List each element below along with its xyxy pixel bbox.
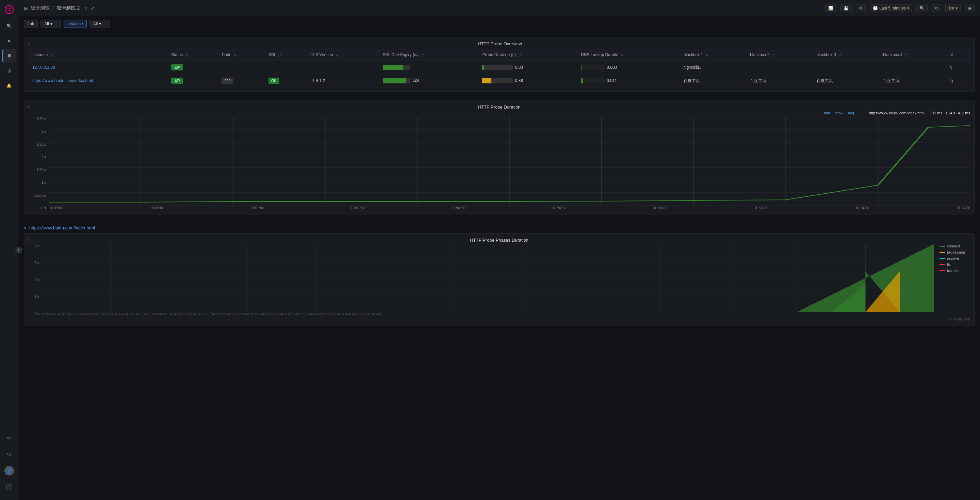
col-bb2: blackbox 2 ▽ [746,49,812,61]
x-label-3: 01:01:30 [352,206,365,210]
refresh-button[interactable]: ↺ [932,4,941,12]
filter-icon-bb3[interactable]: ▽ [838,53,841,57]
processing-label: processing [947,250,965,254]
dns-bar [581,65,605,70]
refresh-interval-button[interactable]: 1m ▾ [945,4,961,12]
col-bb5: bl [945,49,970,61]
cell-ssl-expiry [379,61,479,74]
filter-icon-probe-dur[interactable]: ▽ [518,53,521,57]
grid-icon: ⊞ [8,53,11,58]
legend-transfer: transfer [940,269,970,272]
filter-icon-code[interactable]: ▽ [234,53,237,57]
instance-link-2[interactable]: https://www.baidu.com/index.html [32,78,93,83]
job-filter-dropdown[interactable]: All ▾ [40,20,61,28]
probe-dur-value-2: 0.88 [515,78,523,83]
filter-icon-ssl[interactable]: ▽ [278,53,281,57]
sidebar-item-starred[interactable]: ★ [2,34,16,48]
phases-chart-header: ℹ HTTP Probe Phases Duration [28,237,970,243]
instance-all-value: All [93,21,98,26]
sidebar-item-dashboards[interactable]: ⊞ [2,49,16,63]
legend-connect: connect [940,244,970,248]
filter-bar: Job All ▾ Instance All ▾ [18,16,980,31]
legend-tls: tls [940,263,970,266]
refresh-interval-label: 1m [948,6,954,11]
phase-instance-link[interactable]: https://www.baidu.com/index.html [29,225,95,231]
header: ⊞ 黑盒测试 / 黑盒测试-2 ☆ ⤢ 📊 💾 ⚙ 🕐 Last 5 minut… [18,0,980,16]
filter-icon-tls[interactable]: ▽ [336,53,338,57]
table-header-row: Instance ▽ Status ▽ Code ▽ [28,49,970,61]
probe-duration-section: ℹ HTTP Probe Duration min max avg https:… [18,100,980,223]
save-button[interactable]: 💾 [840,4,852,12]
cell-tls [307,61,379,74]
cell-bb4 [879,61,945,74]
filter-icon-bb2[interactable]: ▽ [772,53,775,57]
phases-y-4: 0 s [28,312,39,316]
probe-dur-value: 0.00 [515,65,523,70]
app-logo[interactable] [3,3,15,16]
breadcrumb-root[interactable]: 黑盒测试 [30,5,50,11]
add-panel-button[interactable]: 📊 [825,4,837,12]
overview-table-container: Instance ▽ Status ▽ Code ▽ [28,49,970,88]
share-button[interactable]: ⤢ [91,5,95,11]
cell-bb1-2: 百度主页 [679,74,746,88]
sidebar-item-search[interactable]: 🔍 [2,19,16,33]
sidebar-item-explore[interactable]: ◎ [2,64,16,78]
cell-ssl-expiry-2: 324 [379,74,479,88]
gear-icon: ⚙ [7,436,11,440]
ssl-expiry-val-2: 324 [412,78,419,83]
instance-filter-dropdown[interactable]: All ▾ [89,20,110,28]
filter-icon-bb1[interactable]: ▽ [706,53,708,57]
filter-icon-ssl-expiry[interactable]: ▽ [421,53,424,57]
job-filter-label: Job [24,20,38,28]
settings-button[interactable]: ⚙ [856,4,865,12]
sidebar-item-user[interactable]: 👤 [2,464,16,478]
header-controls: 📊 💾 ⚙ 🕐 Last 5 minutes ▾ 🔍 ↺ 1m ▾ [825,4,975,12]
probe-overview-card: ℹ HTTP Probe Overview Instance ▽ Status [24,37,975,92]
time-range-label: Last 5 minutes [879,6,906,11]
sidebar-item-shield[interactable]: 🛡 [2,447,16,461]
col-probe-dur: Probe Duration (s) ▽ [478,49,577,61]
sidebar-item-alerts[interactable]: 🔔 [2,79,16,92]
probe-overview-header: ℹ HTTP Probe Overview [28,41,970,46]
info-icon-phases[interactable]: ℹ [28,237,30,242]
zoom-out-button[interactable]: 🔍 [916,4,928,12]
code-badge: 200 [221,78,233,84]
filter-icon-dns[interactable]: ▽ [620,53,624,57]
min-value: 132 ms [930,111,942,115]
sidebar-item-config[interactable]: ⚙ [2,431,16,445]
cell-instance: 127.0.0.1:80 [28,61,167,74]
phase-legend: connect processing resolve tls [940,244,970,316]
col-status: Status ▽ [167,49,218,61]
filter-icon-instance[interactable]: ▽ [50,53,53,57]
instance-label: Instance [67,21,83,26]
phases-chart-area: 4 s 3 s 2 s 1 s 0 s [28,244,970,316]
tls-color [940,264,945,265]
ssl-expiry-bar-2 [383,78,410,83]
info-icon-duration[interactable]: ℹ [28,105,30,109]
cell-ssl [264,61,307,74]
filter-icon-status[interactable]: ▽ [185,53,188,57]
instance-link[interactable]: 127.0.0.1:80 [32,65,55,70]
legend-resolve: resolve [940,256,970,260]
col-ssl: SSL ▽ [264,49,307,61]
cell-bb2 [746,61,812,74]
time-range-picker[interactable]: 🕐 Last 5 minutes ▾ [870,4,912,12]
phases-plot: 00:59:50 01:00:00 01:00:10 01:00:20 01:0… [42,244,934,316]
filter-icon-bb4[interactable]: ▽ [905,53,908,57]
probe-duration-card: ℹ HTTP Probe Duration min max avg https:… [24,100,975,215]
sidebar: › 🔍 ★ ⊞ ◎ 🔔 ⚙ 🛡 👤 ? [0,0,18,500]
cell-status-2: UP [167,74,218,88]
col-ssl-expiry: SSL Cert Expiry (da ▽ [379,49,479,61]
sidebar-item-help[interactable]: ? [2,480,16,494]
sidebar-expand-button[interactable]: › [15,247,22,253]
y-label-6: 500 ms [28,194,46,197]
tv-mode-button[interactable]: ▣ [965,4,975,12]
resolve-color [940,258,945,259]
max-value: 3.14 s [945,111,955,115]
settings-icon: ⚙ [859,6,862,11]
x-axis-labels: 01:00:00 01:00:30 01:01:00 01:01:30 01:0… [49,206,970,210]
star-button[interactable]: ☆ [84,5,88,11]
phase-section-header[interactable]: ∨ https://www.baidu.com/index.html [18,223,980,233]
probe-dur-bar-2 [482,78,513,83]
info-icon[interactable]: ℹ [28,41,30,46]
